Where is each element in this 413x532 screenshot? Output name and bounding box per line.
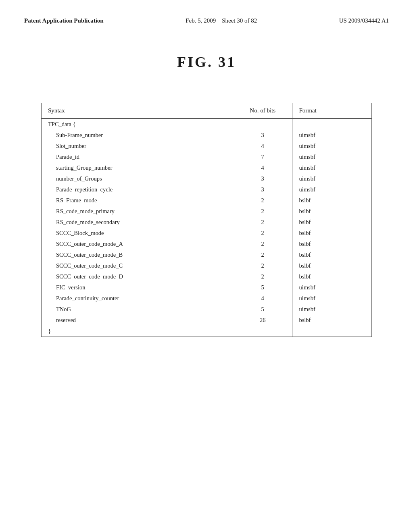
publication-label: Patent Application Publication	[24, 16, 104, 25]
syntax-cell: RS_code_mode_primary	[42, 206, 233, 217]
table-row: FIC_version5uimsbf	[42, 282, 372, 293]
bits-cell	[233, 118, 292, 130]
format-cell: uimsbf	[292, 130, 372, 141]
syntax-cell: Sub-Frame_number	[42, 130, 233, 141]
bits-cell: 2	[233, 260, 292, 271]
syntax-table-wrapper: Syntax No. of bits Format TPC_data {Sub-…	[41, 103, 372, 337]
format-cell: bslbf	[292, 217, 372, 228]
syntax-cell: Parade_continuity_counter	[42, 293, 233, 304]
table-row: reserved26bslbf	[42, 315, 372, 326]
patent-number: US 2009/034442 A1	[339, 16, 389, 25]
syntax-cell: reserved	[42, 315, 233, 326]
table-row: RS_code_mode_primary2bslbf	[42, 206, 372, 217]
syntax-cell: SCCC_outer_code_mode_D	[42, 271, 233, 282]
figure-title: FIG. 31	[24, 54, 389, 71]
syntax-cell: SCCC_outer_code_mode_C	[42, 260, 233, 271]
table-row: RS_code_mode_secondary2bslbf	[42, 217, 372, 228]
bits-cell: 3	[233, 130, 292, 141]
format-cell	[292, 118, 372, 130]
table-row: RS_Frame_mode2bslbf	[42, 195, 372, 206]
table-row: Parade_id7uimsbf	[42, 152, 372, 162]
format-cell: bslbf	[292, 271, 372, 282]
bits-cell: 2	[233, 249, 292, 260]
format-cell: bslbf	[292, 249, 372, 260]
format-cell: bslbf	[292, 239, 372, 249]
syntax-cell: RS_code_mode_secondary	[42, 217, 233, 228]
table-row: SCCC_outer_code_mode_B2bslbf	[42, 249, 372, 260]
bits-cell: 4	[233, 293, 292, 304]
format-cell: bslbf	[292, 315, 372, 326]
syntax-cell: Slot_number	[42, 141, 233, 152]
bits-cell: 2	[233, 206, 292, 217]
syntax-cell: FIC_version	[42, 282, 233, 293]
syntax-cell: }	[42, 326, 233, 337]
bits-cell: 2	[233, 195, 292, 206]
table-row: Sub-Frame_number3uimsbf	[42, 130, 372, 141]
bits-cell: 3	[233, 173, 292, 184]
format-cell: bslbf	[292, 260, 372, 271]
publication-date: Feb. 5, 2009	[186, 17, 216, 24]
format-cell: bslbf	[292, 195, 372, 206]
bits-cell: 5	[233, 304, 292, 315]
format-cell: uimsbf	[292, 293, 372, 304]
format-cell: uimsbf	[292, 152, 372, 162]
page-header: Patent Application Publication Feb. 5, 2…	[24, 16, 389, 29]
format-cell	[292, 326, 372, 337]
bits-cell: 2	[233, 239, 292, 249]
syntax-cell: starting_Group_number	[42, 162, 233, 173]
table-row: starting_Group_number4uimsbf	[42, 162, 372, 173]
syntax-cell: TNoG	[42, 304, 233, 315]
syntax-cell: SCCC_outer_code_mode_A	[42, 239, 233, 249]
table-header-row: Syntax No. of bits Format	[42, 103, 372, 118]
syntax-cell: number_of_Groups	[42, 173, 233, 184]
bits-cell: 2	[233, 271, 292, 282]
syntax-cell: Parade_id	[42, 152, 233, 162]
format-cell: bslbf	[292, 206, 372, 217]
col-header-bits: No. of bits	[233, 103, 292, 118]
table-row: }	[42, 326, 372, 337]
sheet-info: Sheet 30 of 82	[222, 17, 257, 24]
bits-cell: 7	[233, 152, 292, 162]
bits-cell: 4	[233, 162, 292, 173]
table-row: Slot_number4uimsbf	[42, 141, 372, 152]
format-cell: uimsbf	[292, 304, 372, 315]
bits-cell: 2	[233, 228, 292, 239]
bits-cell	[233, 326, 292, 337]
page: Patent Application Publication Feb. 5, 2…	[0, 0, 413, 532]
header-date-sheet: Feb. 5, 2009 Sheet 30 of 82	[186, 16, 257, 25]
syntax-cell: SCCC_Block_mode	[42, 228, 233, 239]
syntax-cell: Parade_repetition_cycle	[42, 184, 233, 195]
bits-cell: 5	[233, 282, 292, 293]
table-row: SCCC_outer_code_mode_D2bslbf	[42, 271, 372, 282]
format-cell: uimsbf	[292, 282, 372, 293]
table-row: SCCC_Block_mode2bslbf	[42, 228, 372, 239]
table-row: SCCC_outer_code_mode_C2bslbf	[42, 260, 372, 271]
syntax-table: Syntax No. of bits Format TPC_data {Sub-…	[41, 103, 372, 337]
format-cell: uimsbf	[292, 173, 372, 184]
col-header-syntax: Syntax	[42, 103, 233, 118]
bits-cell: 26	[233, 315, 292, 326]
syntax-cell: RS_Frame_mode	[42, 195, 233, 206]
table-row: TPC_data {	[42, 118, 372, 130]
table-row: TNoG5uimsbf	[42, 304, 372, 315]
bits-cell: 4	[233, 141, 292, 152]
format-cell: uimsbf	[292, 162, 372, 173]
table-row: SCCC_outer_code_mode_A2bslbf	[42, 239, 372, 249]
format-cell: bslbf	[292, 228, 372, 239]
format-cell: uimsbf	[292, 184, 372, 195]
syntax-cell: TPC_data {	[42, 118, 233, 130]
syntax-cell: SCCC_outer_code_mode_B	[42, 249, 233, 260]
format-cell: uimsbf	[292, 141, 372, 152]
table-row: Parade_continuity_counter4uimsbf	[42, 293, 372, 304]
bits-cell: 3	[233, 184, 292, 195]
table-row: Parade_repetition_cycle3uimsbf	[42, 184, 372, 195]
table-row: number_of_Groups3uimsbf	[42, 173, 372, 184]
col-header-format: Format	[292, 103, 372, 118]
bits-cell: 2	[233, 217, 292, 228]
